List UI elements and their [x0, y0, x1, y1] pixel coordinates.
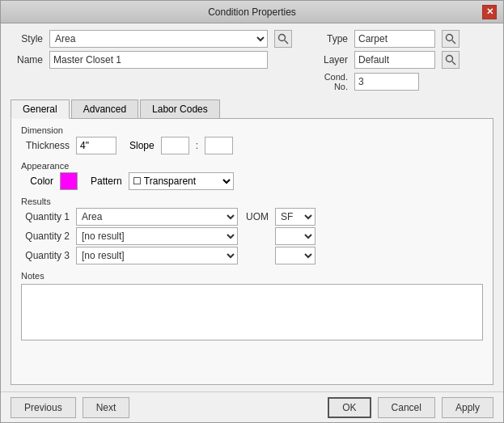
ok-button[interactable]: OK — [328, 397, 371, 418]
style-search-button[interactable] — [274, 30, 292, 48]
qty2-label: Quantity 2 — [21, 231, 70, 242]
slope-input2[interactable] — [205, 137, 233, 154]
style-row: Style Area — [11, 30, 292, 48]
layer-row: Layer — [311, 51, 460, 69]
pattern-select[interactable]: ☐ Transparent Solid Hatched — [129, 172, 234, 190]
dimension-section: Dimension Thickness Slope : — [21, 125, 483, 154]
apply-button[interactable]: Apply — [442, 397, 493, 418]
qty3-select[interactable]: [no result] Area Perimeter — [76, 247, 238, 264]
close-button[interactable]: ✕ — [482, 5, 497, 19]
style-select[interactable]: Area — [49, 30, 268, 48]
tab-general[interactable]: General — [11, 99, 70, 119]
type-label: Type — [311, 33, 348, 44]
qty3-label: Quantity 3 — [21, 250, 70, 261]
layer-search-button[interactable] — [442, 51, 460, 69]
qty1-row: Quantity 1 Area Perimeter Volume UOM SF … — [21, 208, 483, 226]
qty1-label: Quantity 1 — [21, 211, 70, 222]
svg-point-4 — [447, 56, 453, 62]
tab-labor-codes[interactable]: Labor Codes — [140, 99, 220, 118]
tab-advanced[interactable]: Advanced — [71, 99, 138, 118]
dimension-label: Dimension — [21, 125, 483, 135]
condition-properties-window: Condition Properties ✕ Style Area — [0, 0, 504, 423]
qty3-row: Quantity 3 [no result] Area Perimeter SF — [21, 247, 483, 264]
slope-input1[interactable] — [161, 137, 189, 154]
thickness-input[interactable] — [76, 137, 116, 154]
main-content: Style Area Name — [1, 23, 503, 391]
appearance-section: Appearance Color Pattern ☐ Transparent S… — [21, 161, 483, 190]
slope-label: Slope — [129, 140, 155, 151]
top-form: Style Area Name — [11, 30, 493, 91]
qty1-select[interactable]: Area Perimeter Volume — [76, 208, 238, 226]
appearance-label: Appearance — [21, 161, 483, 171]
svg-point-0 — [279, 35, 286, 41]
thickness-label: Thickness — [21, 140, 70, 151]
type-row: Type — [311, 30, 460, 48]
uom3-select[interactable]: SF — [275, 247, 316, 264]
uom-select[interactable]: SF SY LF EA — [275, 208, 316, 226]
type-input[interactable] — [354, 30, 435, 48]
title-bar: Condition Properties ✕ — [1, 1, 503, 23]
results-label: Results — [21, 197, 483, 206]
svg-line-5 — [452, 61, 455, 65]
layer-input[interactable] — [354, 51, 435, 69]
uom-label: UOM — [244, 211, 269, 222]
qty2-select[interactable]: [no result] Area Perimeter — [76, 227, 238, 245]
window-title: Condition Properties — [22, 6, 482, 18]
notes-label: Notes — [21, 271, 483, 281]
tabs-container: General Advanced Labor Codes — [11, 99, 493, 119]
condno-row: Cond. No. — [311, 72, 460, 91]
tab-section: General Advanced Labor Codes Dimension T… — [11, 96, 493, 385]
previous-button[interactable]: Previous — [11, 397, 76, 418]
next-button[interactable]: Next — [83, 397, 130, 418]
name-row: Name — [11, 51, 292, 69]
slope-colon: : — [196, 140, 198, 151]
color-label: Color — [21, 176, 53, 187]
bottom-bar: Previous Next OK Cancel Apply — [1, 391, 503, 422]
dimension-row: Thickness Slope : — [21, 137, 483, 154]
uom2-select[interactable]: SF — [275, 227, 316, 245]
pattern-label: Pattern — [91, 176, 122, 187]
svg-line-3 — [452, 40, 455, 44]
name-label: Name — [11, 54, 43, 66]
left-fields: Style Area Name — [11, 30, 292, 69]
name-input[interactable] — [49, 51, 268, 69]
qty2-row: Quantity 2 [no result] Area Perimeter SF — [21, 227, 483, 245]
cancel-button[interactable]: Cancel — [378, 397, 435, 418]
general-tab-content: Dimension Thickness Slope : Appearance C… — [11, 119, 493, 385]
color-picker[interactable] — [60, 172, 78, 190]
type-search-button[interactable] — [442, 30, 460, 48]
notes-section: Notes — [21, 271, 483, 378]
layer-label: Layer — [311, 54, 348, 66]
right-fields: Type Layer — [311, 30, 460, 91]
notes-textarea[interactable] — [21, 284, 483, 341]
svg-point-2 — [447, 35, 453, 41]
condno-input[interactable] — [354, 73, 419, 91]
appearance-row: Color Pattern ☐ Transparent Solid Hatche… — [21, 172, 483, 190]
results-section: Results Quantity 1 Area Perimeter Volume… — [21, 197, 483, 264]
style-label: Style — [11, 33, 43, 44]
svg-line-1 — [285, 40, 288, 44]
condno-label: Cond. No. — [311, 72, 348, 91]
